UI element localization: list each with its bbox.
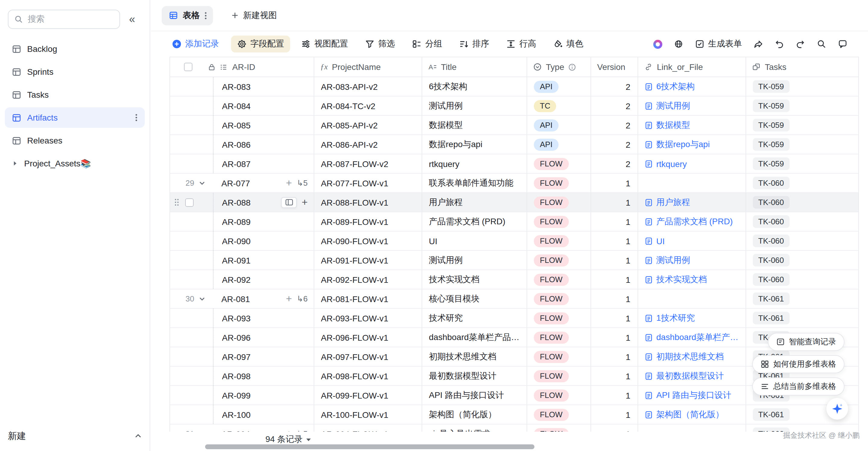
- redo-icon[interactable]: [796, 39, 805, 49]
- cell-arid[interactable]: AR-085: [170, 116, 314, 134]
- assistant-button-2[interactable]: 总结当前多维表格: [752, 378, 844, 395]
- cell-arid[interactable]: AR-084: [170, 96, 314, 115]
- cell-link[interactable]: 测试用例: [638, 96, 746, 115]
- table-row-ar-091[interactable]: AR-091AR-091-FLOW-v1测试用例FLOW1测试用例TK-060: [170, 251, 859, 270]
- cell-type[interactable]: TC: [527, 96, 591, 115]
- header-type[interactable]: Type: [527, 57, 591, 76]
- file-link[interactable]: 1技术研究: [656, 313, 695, 323]
- cell-projectname[interactable]: AR-096-FLOW-v1: [314, 328, 422, 347]
- table-row-ar-087[interactable]: AR-087AR-087-FLOW-v2rtkqueryFLOW2rtkquer…: [170, 154, 859, 174]
- cell-arid[interactable]: 29 AR-077 + ↳5: [170, 174, 314, 192]
- collapse-group-icon[interactable]: [198, 430, 206, 432]
- cell-projectname[interactable]: AR-087-FLOW-v2: [314, 154, 422, 173]
- add-subrecord-button[interactable]: +: [286, 294, 292, 304]
- sidebar-item-artifacts[interactable]: Artifacts: [5, 107, 145, 128]
- table-row-ar-093[interactable]: AR-093AR-093-FLOW-v1技术研究FLOW11技术研究TK-061: [170, 309, 859, 328]
- sidebar-item-project_assets[interactable]: Project_Assets📚: [5, 153, 145, 174]
- cell-link[interactable]: 用户旅程: [638, 193, 746, 212]
- cell-arid[interactable]: 30 AR-081 + ↳6: [170, 289, 314, 308]
- cell-title[interactable]: 测试用例: [422, 96, 527, 115]
- file-link[interactable]: 用户旅程: [656, 197, 690, 208]
- select-all-checkbox[interactable]: [184, 63, 192, 71]
- header-tasks[interactable]: Tasks: [746, 57, 859, 76]
- cell-version[interactable]: 2: [591, 96, 638, 115]
- cell-tasks[interactable]: TK-059: [746, 135, 859, 154]
- cell-link[interactable]: [638, 174, 746, 192]
- cell-projectname[interactable]: AR-089-FLOW-v1: [314, 212, 422, 231]
- sidebar-item-sprints[interactable]: Sprints: [5, 62, 145, 82]
- cell-link[interactable]: [638, 289, 746, 308]
- cell-tasks[interactable]: TK-059: [746, 77, 859, 96]
- drag-handle-icon[interactable]: [174, 198, 179, 206]
- cell-tasks[interactable]: TK-059: [746, 116, 859, 134]
- cell-link[interactable]: 6技术架构: [638, 77, 746, 96]
- cell-type[interactable]: FLOW: [527, 424, 591, 432]
- header-arid[interactable]: AR-ID: [170, 57, 314, 76]
- extensions-icon[interactable]: [653, 39, 662, 49]
- file-link[interactable]: UI: [656, 236, 665, 246]
- table-row-ar-086[interactable]: AR-086AR-086-API-v2数据repo与apiAPI2数据repo与…: [170, 135, 859, 154]
- cell-link[interactable]: UI: [638, 231, 746, 250]
- find-in-table-icon[interactable]: [817, 39, 826, 49]
- horizontal-scrollbar[interactable]: [205, 444, 534, 449]
- cell-arid[interactable]: AR-091: [170, 251, 314, 269]
- cell-arid[interactable]: AR-089: [170, 212, 314, 231]
- cell-projectname[interactable]: AR-098-FLOW-v1: [314, 366, 422, 385]
- cell-title[interactable]: 数据模型: [422, 116, 527, 134]
- cell-type[interactable]: FLOW: [527, 309, 591, 327]
- cell-projectname[interactable]: AR-088-FLOW-v1: [314, 193, 422, 212]
- cell-type[interactable]: FLOW: [527, 328, 591, 347]
- tab-more-button[interactable]: [205, 11, 207, 20]
- cell-version[interactable]: 1: [591, 270, 638, 289]
- cell-projectname[interactable]: AR-097-FLOW-v1: [314, 347, 422, 366]
- cell-projectname[interactable]: AR-081-FLOW-v1: [314, 289, 422, 308]
- header-title[interactable]: A Title: [422, 57, 527, 76]
- share-icon[interactable]: [753, 39, 763, 49]
- cell-tasks[interactable]: TK-059: [746, 96, 859, 115]
- table-row-ar-090[interactable]: AR-090AR-090-FLOW-v1UIFLOW1UITK-060: [170, 231, 859, 251]
- table-row-ar-096[interactable]: AR-096AR-096-FLOW-v1dashboard菜单栏产品…FLOW1…: [170, 328, 859, 347]
- cell-arid[interactable]: AR-092: [170, 270, 314, 289]
- cell-version[interactable]: 1: [591, 289, 638, 308]
- cell-link[interactable]: 测试用例: [638, 251, 746, 269]
- cell-title[interactable]: 技术实现文档: [422, 270, 527, 289]
- field-config-button[interactable]: 字段配置: [231, 36, 290, 53]
- cell-title[interactable]: 6技术架构: [422, 77, 527, 96]
- cell-type[interactable]: FLOW: [527, 212, 591, 231]
- cell-projectname[interactable]: AR-099-FLOW-v1: [314, 386, 422, 405]
- cell-arid[interactable]: AR-099: [170, 386, 314, 405]
- row-checkbox[interactable]: [185, 198, 194, 206]
- cell-type[interactable]: FLOW: [527, 154, 591, 173]
- file-link[interactable]: 测试用例: [656, 255, 690, 266]
- cell-title[interactable]: 初期技术思维文档: [422, 347, 527, 366]
- cell-link[interactable]: 技术实现文档: [638, 270, 746, 289]
- cell-type[interactable]: FLOW: [527, 270, 591, 289]
- cell-title[interactable]: 核心项目模块: [422, 289, 527, 308]
- row-height-button[interactable]: 行高: [506, 39, 536, 50]
- add-record-button[interactable]: 添加记录: [172, 39, 219, 50]
- cell-version[interactable]: 1: [591, 212, 638, 231]
- assistant-button-1[interactable]: 如何使用多维表格: [752, 355, 844, 373]
- explore-globe-icon[interactable]: [674, 39, 683, 49]
- table-row-ar-088[interactable]: AR-088 +AR-088-FLOW-v1用户旅程FLOW1用户旅程TK-06…: [170, 193, 859, 212]
- cell-arid[interactable]: AR-087: [170, 154, 314, 173]
- add-subrecord-button[interactable]: +: [286, 178, 292, 188]
- cell-projectname[interactable]: AR-086-API-v2: [314, 135, 422, 154]
- cell-projectname[interactable]: AR-091-FLOW-v1: [314, 251, 422, 269]
- table-row-ar-085[interactable]: AR-085AR-085-API-v2数据模型API2数据模型TK-059: [170, 116, 859, 135]
- cell-version[interactable]: 1: [591, 328, 638, 347]
- cell-link[interactable]: [638, 424, 746, 432]
- add-subrecord-button[interactable]: +: [302, 197, 308, 207]
- cell-tasks[interactable]: TK-061: [746, 289, 859, 308]
- cell-version[interactable]: 2: [591, 116, 638, 134]
- cell-link[interactable]: 初期技术思维文档: [638, 347, 746, 366]
- chevron-up-icon[interactable]: [134, 433, 142, 439]
- cell-projectname[interactable]: AR-083-API-v2: [314, 77, 422, 96]
- cell-tasks[interactable]: TK-060: [746, 193, 859, 212]
- sidebar-item-releases[interactable]: Releases: [5, 130, 145, 151]
- table-row-ar-084[interactable]: AR-084AR-084-TC-v2测试用例TC2测试用例TK-059: [170, 96, 859, 116]
- table-row-ar-077[interactable]: 29 AR-077 + ↳5AR-077-FLOW-v1联系表单邮件通知功能FL…: [170, 174, 859, 193]
- generate-form-button[interactable]: 生成表单: [695, 39, 742, 50]
- cell-link[interactable]: 最初数据模型设计: [638, 366, 746, 385]
- cell-type[interactable]: FLOW: [527, 289, 591, 308]
